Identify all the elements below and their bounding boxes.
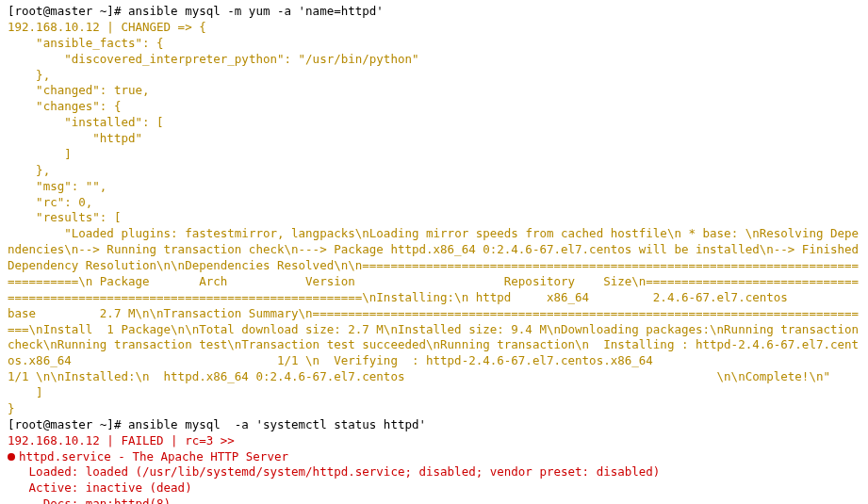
shell-prompt: [root@master ~]#	[8, 417, 128, 431]
output-line-failed: 192.168.10.12 | FAILED | rc=3 >>	[8, 433, 860, 449]
output-line: "httpd"	[8, 131, 860, 147]
output-line: Docs: man:httpd(8)	[8, 496, 860, 504]
command-text: ansible mysql -m yum -a 'name=httpd'	[128, 4, 384, 18]
output-line: }	[8, 401, 860, 417]
output-line: "msg": "",	[8, 179, 860, 195]
status-dot-icon	[8, 453, 15, 461]
terminal-output[interactable]: [root@master ~]# ansible mysql -m yum -a…	[8, 4, 860, 504]
output-line: "rc": 0,	[8, 195, 860, 211]
output-line: 192.168.10.12 | CHANGED => {	[8, 20, 860, 36]
output-line-service: httpd.service - The Apache HTTP Server	[8, 449, 860, 465]
cmd-line-2: [root@master ~]# ansible mysql -a 'syste…	[8, 417, 860, 433]
command-text: ansible mysql -a 'systemctl status httpd…	[128, 417, 426, 431]
cmd-line-1: [root@master ~]# ansible mysql -m yum -a…	[8, 4, 860, 20]
output-line: ]	[8, 147, 860, 163]
output-line: Loaded: loaded (/usr/lib/systemd/system/…	[8, 464, 860, 480]
output-line: "installed": [	[8, 115, 860, 131]
output-line: },	[8, 163, 860, 179]
output-line: "results": [	[8, 210, 860, 226]
output-line: "changes": {	[8, 99, 860, 115]
output-line: "discovered_interpreter_python": "/usr/b…	[8, 52, 860, 68]
output-line: ]	[8, 385, 860, 401]
shell-prompt: [root@master ~]#	[8, 4, 128, 18]
output-line: },	[8, 68, 860, 84]
service-name: httpd.service - The Apache HTTP Server	[19, 449, 288, 463]
output-line: "ansible_facts": {	[8, 36, 860, 52]
output-line: Active: inactive (dead)	[8, 480, 860, 496]
output-line: "changed": true,	[8, 83, 860, 99]
output-line: "Loaded plugins: fastestmirror, langpack…	[8, 226, 860, 385]
